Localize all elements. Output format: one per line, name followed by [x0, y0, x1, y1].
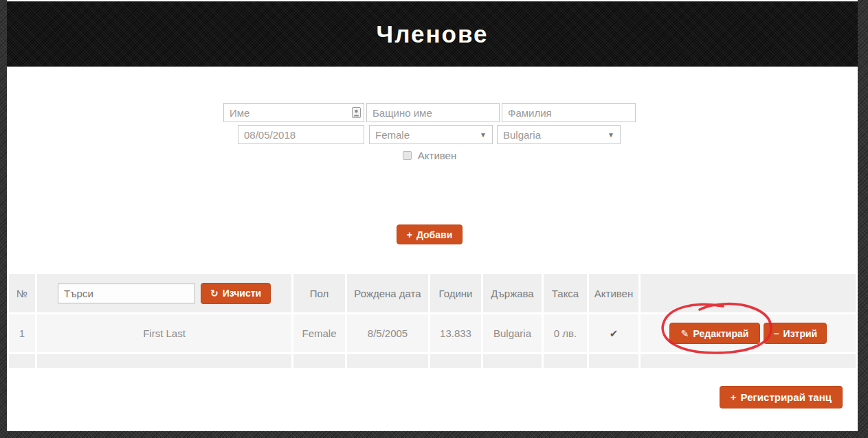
person-glyph — [353, 109, 359, 117]
country-select-value: Bulgaria — [503, 129, 608, 141]
add-button-row: + Добави — [223, 224, 636, 244]
cell-actions: ✎ Редактирай − Изтрий — [641, 314, 856, 352]
cell-name: First Last — [37, 314, 291, 352]
empty-cell — [641, 354, 856, 368]
chevron-down-icon: ▼ — [608, 131, 614, 139]
detail-fields-row: Female ▼ Bulgaria ▼ — [238, 125, 636, 144]
first-name-input[interactable] — [223, 103, 364, 122]
empty-cell — [589, 354, 638, 368]
cell-gender: Female — [293, 314, 345, 352]
column-header-fee: Такса — [544, 274, 587, 312]
table-empty-row — [9, 354, 856, 368]
delete-button-label: Изтрий — [783, 328, 818, 339]
column-header-actions — [641, 274, 856, 312]
pencil-icon: ✎ — [681, 328, 689, 339]
country-select[interactable]: Bulgaria ▼ — [497, 125, 621, 144]
register-dance-button[interactable]: + Регистрирай танц — [720, 386, 843, 408]
cell-number: 1 — [9, 314, 35, 352]
first-name-wrap — [223, 103, 364, 122]
table-header-row: № ↻ Изчисти Пол Рождена дата Години Държ… — [9, 274, 856, 312]
table-search-cell: ↻ Изчисти — [37, 274, 291, 312]
empty-cell — [347, 354, 428, 368]
empty-cell — [483, 354, 542, 368]
main-content: Female ▼ Bulgaria ▼ Активен + Добави — [7, 103, 858, 408]
clear-search-label: Изчисти — [223, 288, 261, 299]
column-header-country: Държава — [483, 274, 542, 312]
empty-cell — [544, 354, 587, 368]
last-name-input[interactable] — [502, 103, 636, 122]
autofill-contact-icon[interactable] — [352, 107, 361, 118]
plus-icon: + — [731, 391, 737, 403]
page-title: Членове — [377, 21, 489, 48]
page-container: Членове Fema — [7, 0, 858, 431]
edit-button[interactable]: ✎ Редактирай — [669, 323, 761, 344]
column-header-birth-date: Рождена дата — [347, 274, 428, 312]
plus-icon: + — [407, 229, 412, 240]
delete-button[interactable]: − Изтрий — [764, 323, 827, 344]
clear-search-button[interactable]: ↻ Изчисти — [201, 283, 271, 304]
refresh-icon: ↻ — [210, 288, 219, 299]
add-button-label: Добави — [416, 229, 452, 240]
table-search-input[interactable] — [58, 284, 195, 303]
column-header-number: № — [9, 274, 35, 312]
member-form: Female ▼ Bulgaria ▼ Активен + Добави — [223, 103, 636, 244]
active-checkbox-label: Активен — [418, 150, 456, 161]
active-checkbox-row: Активен — [223, 150, 636, 161]
minus-icon: − — [773, 328, 779, 339]
cell-fee: 0 лв. — [544, 314, 587, 352]
register-dance-label: Регистрирай танц — [741, 391, 832, 403]
cell-birth-date: 8/5/2005 — [347, 314, 428, 352]
edit-button-label: Редактирай — [693, 328, 749, 339]
empty-cell — [9, 354, 35, 368]
empty-cell — [37, 354, 291, 368]
gender-select-value: Female — [375, 129, 480, 141]
table-row: 1 First Last Female 8/5/2005 13.833 Bulg… — [9, 314, 856, 352]
check-icon: ✔ — [610, 327, 619, 339]
column-header-active: Активен — [589, 274, 638, 312]
cell-age: 13.833 — [430, 314, 481, 352]
empty-cell — [430, 354, 481, 368]
add-button[interactable]: + Добави — [397, 224, 463, 244]
chevron-down-icon: ▼ — [480, 131, 487, 139]
cell-active: ✔ — [589, 314, 638, 352]
page-header: Членове — [7, 1, 858, 67]
gender-select[interactable]: Female ▼ — [369, 125, 493, 144]
empty-cell — [293, 354, 345, 368]
active-checkbox[interactable] — [403, 151, 412, 160]
column-header-age: Години — [430, 274, 481, 312]
cell-country: Bulgaria — [483, 314, 542, 352]
members-table: № ↻ Изчисти Пол Рождена дата Години Държ… — [7, 272, 858, 370]
birth-date-input[interactable] — [238, 125, 364, 144]
column-header-gender: Пол — [293, 274, 345, 312]
name-fields-row — [223, 103, 636, 122]
middle-name-input[interactable] — [366, 103, 500, 122]
bottom-bar: + Регистрирай танц — [7, 386, 858, 408]
